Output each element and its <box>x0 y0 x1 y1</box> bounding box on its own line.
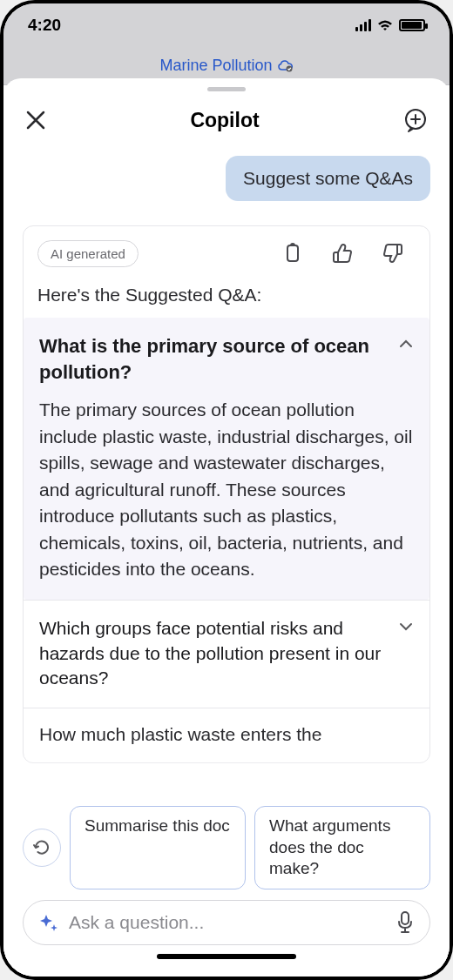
thumbs-down-icon[interactable] <box>382 243 403 264</box>
qa-expanded[interactable]: What is the primary source of ocean poll… <box>24 318 429 600</box>
status-time: 4:20 <box>28 16 61 35</box>
status-right <box>355 19 425 32</box>
svg-rect-2 <box>287 245 298 261</box>
chevron-down-icon <box>398 621 414 632</box>
new-chat-icon[interactable] <box>402 107 429 133</box>
input-placeholder: Ask a question... <box>69 912 386 933</box>
wifi-icon <box>376 19 394 32</box>
response-intro: Here's the Suggested Q&A: <box>37 285 416 305</box>
home-indicator[interactable] <box>157 954 296 959</box>
document-title: Marine Pollution <box>159 57 272 75</box>
status-bar: 4:20 <box>3 3 450 47</box>
thumbs-up-icon[interactable] <box>332 243 353 264</box>
user-message: Suggest some Q&As <box>226 156 430 201</box>
qa-collapsed-partial[interactable]: How much plastic waste enters the <box>24 708 429 762</box>
battery-icon <box>399 19 425 31</box>
qa-collapsed[interactable]: Which groups face potential risks and ha… <box>24 600 429 708</box>
chevron-up-icon <box>398 339 414 349</box>
close-icon[interactable] <box>24 109 47 131</box>
refresh-suggestions-button[interactable] <box>23 829 61 867</box>
cellular-icon <box>355 19 371 31</box>
qa-question: What is the primary source of ocean poll… <box>39 333 389 385</box>
qa-answer: The primary sources of ocean pollution i… <box>39 397 414 582</box>
refresh-icon <box>33 839 51 856</box>
microphone-icon[interactable] <box>396 911 414 934</box>
sparkle-icon <box>39 913 58 932</box>
copy-icon[interactable] <box>283 243 302 265</box>
qa-question: Which groups face potential risks and ha… <box>39 616 389 690</box>
suggestion-pill[interactable]: Summarise this doc <box>70 806 246 889</box>
qa-question-partial: How much plastic waste enters the <box>39 724 414 745</box>
ai-generated-tag: AI generated <box>37 240 139 267</box>
ask-input[interactable]: Ask a question... <box>23 900 430 945</box>
svg-point-0 <box>286 65 292 71</box>
suggestion-pill[interactable]: What arguments does the doc make? <box>254 806 430 889</box>
copilot-sheet: Copilot Suggest some Q&As AI generated <box>3 78 450 977</box>
sheet-grabber[interactable] <box>207 87 246 91</box>
response-card: AI generated Here's the Suggested Q&A: W… <box>23 225 430 763</box>
cloud-sync-icon <box>278 60 294 72</box>
copilot-title: Copilot <box>190 109 259 132</box>
svg-rect-3 <box>402 912 409 924</box>
